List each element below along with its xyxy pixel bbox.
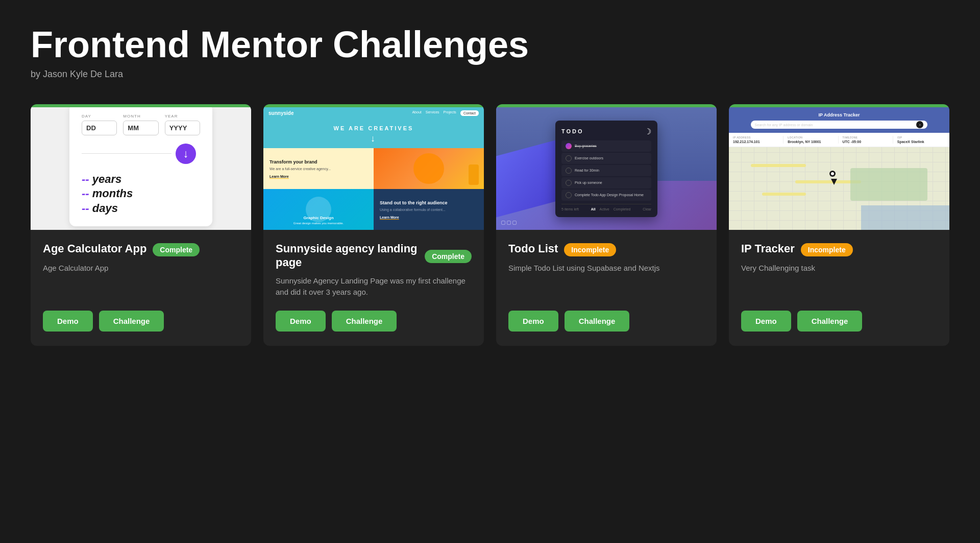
card-description-sunnyside: Sunnyside Agency Landing Page was my fir… xyxy=(276,275,472,298)
page-title: Frontend Mentor Challenges xyxy=(31,25,949,65)
card-actions-todo: Demo Challenge xyxy=(508,311,704,332)
card-title-todo: Todo List xyxy=(508,242,558,255)
card-actions-ip: Demo Challenge xyxy=(741,311,937,332)
card-content-age-calc: Age Calculator App Complete Age Calculat… xyxy=(31,230,251,346)
card-age-calculator: DAY DD MONTH MM YEAR YYYY xyxy=(31,104,251,346)
demo-button-age-calc[interactable]: Demo xyxy=(43,311,93,332)
card-description-ip: Very Challenging task xyxy=(741,263,937,298)
challenge-button-sunnyside[interactable]: Challenge xyxy=(332,311,397,332)
status-badge-sunnyside: Complete xyxy=(425,250,472,263)
card-title-age-calc: Age Calculator App xyxy=(43,242,146,255)
challenge-button-todo[interactable]: Challenge xyxy=(565,311,630,332)
card-sunnyside: sunnyside About Services Projects Contac… xyxy=(263,104,484,346)
card-todo-list: TODO ☽ Buy groceries Exercise outdoors xyxy=(496,104,717,346)
card-title-ip: IP Tracker xyxy=(741,242,795,255)
status-badge-todo: Incomplete xyxy=(564,243,616,256)
page-header: Frontend Mentor Challenges by Jason Kyle… xyxy=(31,25,949,80)
card-ip-tracker: IP Address Tracker Search for any IP add… xyxy=(729,104,949,346)
cards-grid: DAY DD MONTH MM YEAR YYYY xyxy=(31,104,949,346)
card-title-sunnyside: Sunnyside agency landing page xyxy=(276,242,419,269)
card-actions-sunnyside: Demo Challenge xyxy=(276,311,472,332)
page-subtitle: by Jason Kyle De Lara xyxy=(31,69,949,80)
card-image-ip: IP Address Tracker Search for any IP add… xyxy=(729,104,949,230)
card-content-todo: Todo List Incomplete Simple Todo List us… xyxy=(496,230,717,346)
demo-button-sunnyside[interactable]: Demo xyxy=(276,311,326,332)
card-actions-age-calc: Demo Challenge xyxy=(43,311,239,332)
card-image-todo: TODO ☽ Buy groceries Exercise outdoors xyxy=(496,104,717,230)
demo-button-ip[interactable]: Demo xyxy=(741,311,791,332)
challenge-button-ip[interactable]: Challenge xyxy=(797,311,863,332)
challenge-button-age-calc[interactable]: Challenge xyxy=(99,311,164,332)
card-image-sunnyside: sunnyside About Services Projects Contac… xyxy=(263,104,484,230)
demo-button-todo[interactable]: Demo xyxy=(508,311,558,332)
card-description-todo: Simple Todo List using Supabase and Next… xyxy=(508,263,704,298)
card-content-ip: IP Tracker Incomplete Very Challenging t… xyxy=(729,230,949,346)
status-badge-ip: Incomplete xyxy=(801,243,853,256)
status-badge-age-calc: Complete xyxy=(153,243,200,256)
card-description-age-calc: Age Calculator App xyxy=(43,263,239,298)
card-image-age-calc: DAY DD MONTH MM YEAR YYYY xyxy=(31,104,251,230)
card-content-sunnyside: Sunnyside agency landing page Complete S… xyxy=(263,230,484,346)
